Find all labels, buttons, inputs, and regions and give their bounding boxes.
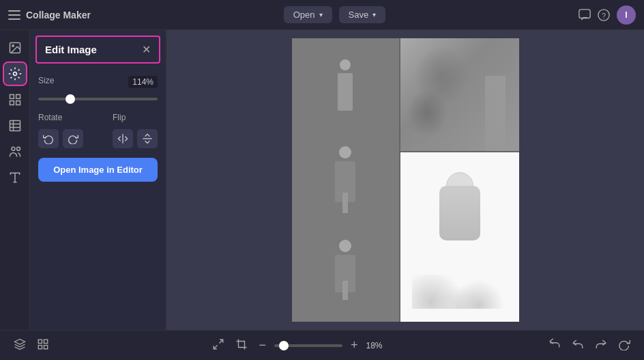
topbar: Collage Maker Open ▾ Save ▾ ? I (0, 0, 644, 30)
main-content: Edit Image ✕ Size 114% Rotate (0, 30, 644, 330)
rotate-ccw-button[interactable] (38, 129, 59, 148)
topbar-left: Collage Maker (8, 10, 91, 20)
bottombar: − + 18% (0, 330, 644, 360)
svg-point-8 (13, 72, 16, 76)
crop-button[interactable] (233, 335, 250, 356)
sidebar-item-text[interactable] (4, 167, 26, 189)
zoom-in-button[interactable]: + (348, 335, 361, 355)
flip-horizontal-button[interactable] (113, 129, 133, 148)
fit-screen-button[interactable] (209, 335, 227, 356)
app-title: Collage Maker (26, 10, 91, 20)
size-label: Size (38, 76, 54, 85)
edit-panel-header: Edit Image ✕ (35, 36, 160, 64)
collage-canvas (292, 38, 519, 322)
menu-icon[interactable] (8, 10, 20, 20)
bottombar-left (11, 335, 52, 356)
figure-top (328, 59, 362, 121)
svg-line-29 (214, 345, 218, 348)
svg-rect-1 (8, 14, 20, 16)
rotate-flip-row: Rotate Flip (38, 113, 158, 148)
help-icon[interactable]: ? (598, 9, 610, 21)
size-slider-container (38, 91, 158, 103)
figure-middle (325, 146, 366, 214)
sidebar-item-table[interactable] (4, 115, 26, 137)
rotate-label: Rotate (38, 113, 83, 122)
svg-point-7 (12, 45, 13, 47)
avatar[interactable]: I (617, 5, 636, 25)
svg-rect-10 (16, 95, 20, 99)
sidebar-item-grid[interactable] (4, 89, 26, 111)
flip-label: Flip (113, 113, 158, 122)
svg-rect-12 (16, 101, 20, 105)
canvas-area (166, 30, 644, 330)
size-value: 114% (128, 76, 158, 88)
rotate-buttons (38, 129, 83, 148)
figure-bottom (325, 240, 366, 301)
undo2-button[interactable] (546, 335, 564, 356)
sidebar-item-photos[interactable] (4, 37, 26, 59)
rotate-cw-button[interactable] (63, 129, 83, 148)
zoom-value: 18% (366, 341, 388, 350)
flip-section: Flip (113, 113, 158, 148)
svg-rect-0 (8, 10, 20, 12)
svg-rect-26 (38, 345, 42, 348)
topbar-center: Open ▾ Save ▾ (98, 6, 572, 23)
zoom-out-button[interactable]: − (256, 335, 269, 355)
rotate-section: Rotate (38, 113, 83, 148)
zoom-slider[interactable] (274, 344, 342, 347)
edit-image-panel: Edit Image ✕ Size 114% Rotate (30, 30, 166, 330)
layers-button[interactable] (11, 335, 29, 356)
flip-vertical-button[interactable] (137, 129, 158, 148)
edit-panel-body: Size 114% Rotate (30, 69, 166, 189)
svg-rect-9 (10, 95, 14, 99)
svg-rect-24 (38, 340, 42, 343)
flip-buttons (113, 129, 158, 148)
svg-point-18 (16, 147, 20, 150)
svg-rect-27 (44, 345, 48, 348)
open-image-in-editor-button[interactable]: Open Image in Editor (38, 158, 158, 182)
sidebar-icons (0, 30, 30, 330)
close-panel-button[interactable]: ✕ (142, 44, 151, 55)
open-button[interactable]: Open ▾ (284, 6, 332, 23)
bottombar-right (546, 335, 633, 356)
save-chevron-icon: ▾ (372, 11, 376, 18)
topbar-right: ? I (579, 5, 636, 25)
svg-rect-3 (579, 9, 590, 18)
cell-top-left (400, 38, 519, 151)
open-chevron-icon: ▾ (319, 11, 323, 18)
size-row: Size 114% (38, 76, 158, 88)
undo-button[interactable] (569, 335, 587, 356)
grid-view-button[interactable] (34, 335, 52, 356)
svg-rect-25 (44, 340, 48, 343)
svg-rect-13 (10, 121, 20, 131)
svg-marker-23 (15, 339, 25, 344)
history-button[interactable] (615, 335, 633, 356)
svg-rect-2 (8, 18, 20, 20)
save-button[interactable]: Save ▾ (339, 6, 386, 23)
sidebar-item-people[interactable] (4, 141, 26, 163)
svg-line-28 (220, 340, 223, 343)
svg-text:?: ? (602, 11, 606, 19)
cell-right (292, 38, 399, 322)
svg-point-17 (12, 147, 15, 150)
size-section: Size 114% (38, 76, 158, 103)
redo-button[interactable] (592, 335, 610, 356)
bottombar-center: − + 18% (209, 335, 387, 356)
chat-icon[interactable] (579, 9, 591, 21)
edit-panel-title: Edit Image (45, 44, 97, 55)
cell-bottom-left (400, 152, 519, 322)
size-slider[interactable] (38, 98, 158, 100)
sidebar-item-edit[interactable] (4, 63, 26, 85)
svg-rect-11 (10, 101, 14, 105)
